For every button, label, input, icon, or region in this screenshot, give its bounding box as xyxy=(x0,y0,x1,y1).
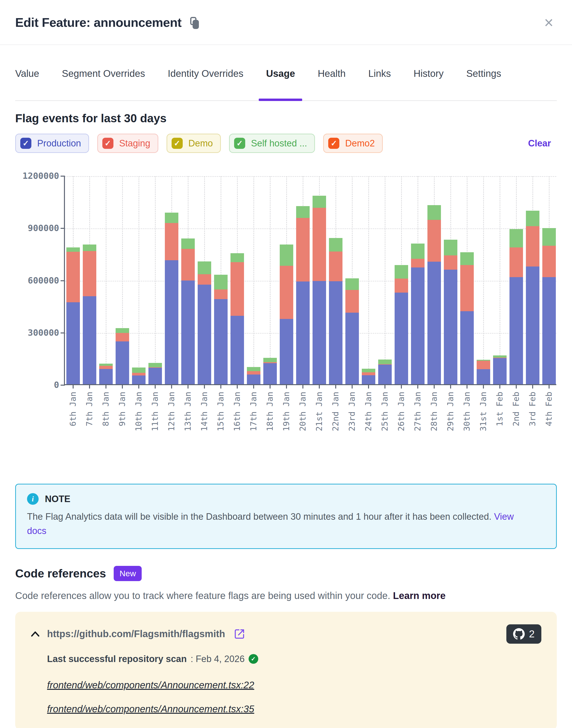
checkbox-checked-icon: ✓ xyxy=(102,138,114,149)
x-axis-label: 8th Jan xyxy=(101,392,111,426)
bar-2nd-feb[interactable] xyxy=(509,229,523,384)
file-reference-link[interactable]: frontend/web/components/Announcement.tsx… xyxy=(47,704,254,715)
x-axis-label: 13th Jan xyxy=(183,392,193,431)
bar-23rd-jan[interactable] xyxy=(345,278,359,384)
x-axis-tick xyxy=(516,385,517,388)
x-axis-tick xyxy=(532,385,533,388)
bar-segment-production xyxy=(116,342,129,384)
bar-30th-jan[interactable] xyxy=(460,252,474,384)
new-badge: New xyxy=(114,566,142,581)
env-chip-demo2[interactable]: ✓ Demo2 xyxy=(323,134,383,153)
close-icon[interactable]: × xyxy=(544,14,557,31)
x-axis-tick xyxy=(352,385,353,388)
env-chip-production[interactable]: ✓ Production xyxy=(15,134,89,153)
bar-segment-staging xyxy=(296,218,310,282)
bar-13th-jan[interactable] xyxy=(181,239,195,384)
env-chip-demo[interactable]: ✓ Demo xyxy=(166,134,221,153)
x-axis-label: 17th Jan xyxy=(248,392,258,431)
bar-11th-jan[interactable] xyxy=(148,363,162,384)
x-axis-label: 4th Feb xyxy=(544,392,554,426)
x-axis-tick xyxy=(335,385,336,388)
bar-segment-self-hosted- xyxy=(526,211,540,226)
bar-segment-staging xyxy=(181,249,195,281)
learn-more-link[interactable]: Learn more xyxy=(393,590,445,601)
bar-segment-self-hosted- xyxy=(542,228,556,246)
bar-12th-jan[interactable] xyxy=(165,213,178,384)
x-axis-label: 9th Jan xyxy=(117,392,127,426)
copy-icon[interactable] xyxy=(190,17,201,29)
bar-segment-production xyxy=(230,316,244,384)
bar-26th-jan[interactable] xyxy=(395,265,408,384)
bar-9th-jan[interactable] xyxy=(116,328,129,384)
tab-value[interactable]: Value xyxy=(15,68,39,100)
bar-segment-production xyxy=(526,266,540,384)
tab-segment-overrides[interactable]: Segment Overrides xyxy=(62,68,145,100)
bar-segment-production xyxy=(411,267,425,384)
collapse-chevron-icon[interactable] xyxy=(31,630,40,638)
bar-3rd-feb[interactable] xyxy=(526,211,540,384)
x-axis-label: 23rd Jan xyxy=(347,392,357,431)
bar-16th-jan[interactable] xyxy=(230,253,244,384)
bar-segment-self-hosted- xyxy=(181,239,195,249)
file-reference-link[interactable]: frontend/web/components/Announcement.tsx… xyxy=(47,680,254,690)
bar-19th-jan[interactable] xyxy=(280,245,293,384)
tab-settings[interactable]: Settings xyxy=(466,68,501,100)
bar-25th-jan[interactable] xyxy=(378,360,392,384)
bar-segment-self-hosted- xyxy=(198,261,211,274)
bar-21st-jan[interactable] xyxy=(312,196,326,384)
bar-segment-staging xyxy=(542,246,556,277)
env-chip-self-hosted[interactable]: ✓ Self hosted ... xyxy=(229,134,315,153)
bar-14th-jan[interactable] xyxy=(198,261,211,384)
bar-27th-jan[interactable] xyxy=(411,244,425,384)
x-axis-tick xyxy=(434,385,435,388)
bar-28th-jan[interactable] xyxy=(427,205,441,384)
bar-segment-staging xyxy=(198,274,211,285)
x-axis-label: 19th Jan xyxy=(281,392,291,431)
bar-segment-self-hosted- xyxy=(116,328,129,333)
bar-15th-jan[interactable] xyxy=(214,275,228,384)
x-axis-tick xyxy=(105,385,106,388)
bar-17th-jan[interactable] xyxy=(247,367,261,384)
bar-29th-jan[interactable] xyxy=(444,240,457,384)
bar-10th-jan[interactable] xyxy=(132,367,146,384)
github-count-badge[interactable]: 2 xyxy=(506,624,541,644)
clear-filters-button[interactable]: Clear xyxy=(528,138,557,148)
bar-31st-jan[interactable] xyxy=(477,360,490,384)
tab-identity-overrides[interactable]: Identity Overrides xyxy=(168,68,243,100)
bar-segment-self-hosted- xyxy=(329,238,343,251)
bar-segment-production xyxy=(66,302,80,384)
x-axis-label: 10th Jan xyxy=(134,392,143,431)
x-axis-label: 26th Jan xyxy=(396,392,406,431)
bar-segment-self-hosted- xyxy=(460,252,474,265)
bar-6th-jan[interactable] xyxy=(66,247,80,384)
x-axis-tick xyxy=(417,385,418,388)
tab-history[interactable]: History xyxy=(414,68,443,100)
bar-1st-feb[interactable] xyxy=(493,355,507,384)
x-axis-label: 2nd Feb xyxy=(511,392,521,426)
x-axis-label: 21st Jan xyxy=(314,392,324,431)
tab-links[interactable]: Links xyxy=(368,68,391,100)
bar-segment-self-hosted- xyxy=(411,244,425,259)
external-link-icon[interactable] xyxy=(234,628,245,640)
x-axis-tick xyxy=(549,385,550,388)
env-chip-label: Staging xyxy=(119,138,150,148)
bar-7th-jan[interactable] xyxy=(83,245,96,384)
bar-segment-production xyxy=(214,299,228,384)
bar-8th-jan[interactable] xyxy=(99,364,113,384)
bar-24th-jan[interactable] xyxy=(362,369,375,384)
bar-18th-jan[interactable] xyxy=(263,358,277,384)
bar-4th-feb[interactable] xyxy=(542,228,556,384)
bar-segment-staging xyxy=(526,226,540,266)
repo-url-link[interactable]: https://github.com/Flagsmith/flagsmith xyxy=(47,628,225,639)
tab-health[interactable]: Health xyxy=(317,68,346,100)
bar-20th-jan[interactable] xyxy=(296,206,310,384)
tab-usage[interactable]: Usage xyxy=(266,68,295,100)
env-chip-staging[interactable]: ✓ Staging xyxy=(97,134,158,153)
bar-segment-production xyxy=(99,369,113,384)
x-axis-label: 31st Jan xyxy=(478,392,488,431)
bar-22nd-jan[interactable] xyxy=(329,238,343,384)
x-axis-label: 22nd Jan xyxy=(331,392,340,431)
x-axis-tick xyxy=(450,385,451,388)
env-chip-label: Self hosted ... xyxy=(251,138,307,148)
bar-segment-production xyxy=(312,281,326,384)
